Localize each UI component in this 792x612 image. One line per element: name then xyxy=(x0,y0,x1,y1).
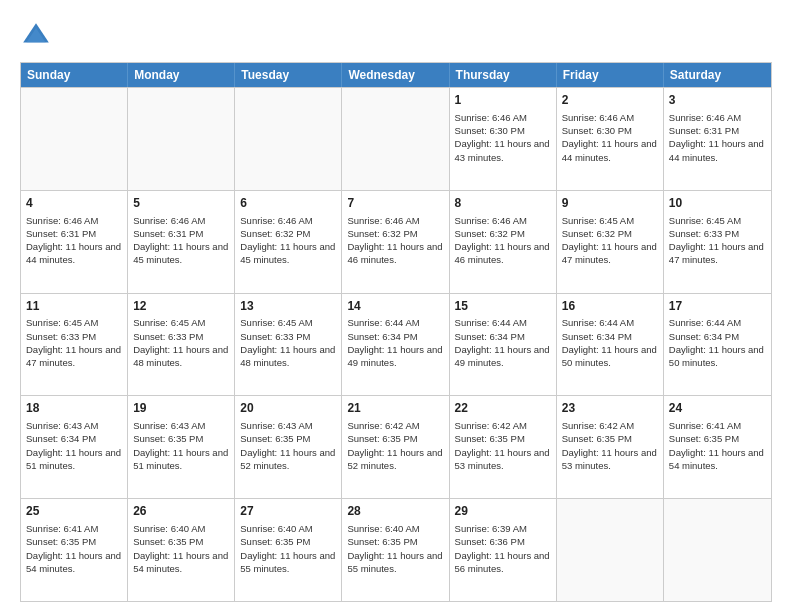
day-number: 1 xyxy=(455,92,551,109)
day-info-line: Daylight: 11 hours and 47 minutes. xyxy=(26,343,122,370)
day-info-line: Daylight: 11 hours and 56 minutes. xyxy=(455,549,551,576)
day-number: 20 xyxy=(240,400,336,417)
day-number: 25 xyxy=(26,503,122,520)
day-number: 18 xyxy=(26,400,122,417)
day-info-line: Sunset: 6:33 PM xyxy=(669,227,766,240)
day-info-line: Daylight: 11 hours and 50 minutes. xyxy=(562,343,658,370)
calendar-row-3: 18Sunrise: 6:43 AMSunset: 6:34 PMDayligh… xyxy=(21,395,771,498)
day-number: 26 xyxy=(133,503,229,520)
day-info-line: Sunset: 6:35 PM xyxy=(347,432,443,445)
calendar-cell: 26Sunrise: 6:40 AMSunset: 6:35 PMDayligh… xyxy=(128,499,235,601)
day-info-line: Sunrise: 6:44 AM xyxy=(562,316,658,329)
day-info-line: Sunrise: 6:45 AM xyxy=(133,316,229,329)
day-info-line: Sunrise: 6:44 AM xyxy=(455,316,551,329)
day-info-line: Sunset: 6:30 PM xyxy=(562,124,658,137)
day-number: 2 xyxy=(562,92,658,109)
day-info-line: Sunset: 6:33 PM xyxy=(26,330,122,343)
day-info-line: Sunset: 6:35 PM xyxy=(562,432,658,445)
day-info-line: Daylight: 11 hours and 48 minutes. xyxy=(133,343,229,370)
day-info-line: Daylight: 11 hours and 51 minutes. xyxy=(133,446,229,473)
weekday-header-saturday: Saturday xyxy=(664,63,771,87)
day-info-line: Sunset: 6:35 PM xyxy=(240,535,336,548)
day-info-line: Daylight: 11 hours and 45 minutes. xyxy=(240,240,336,267)
calendar-cell: 29Sunrise: 6:39 AMSunset: 6:36 PMDayligh… xyxy=(450,499,557,601)
calendar-cell: 25Sunrise: 6:41 AMSunset: 6:35 PMDayligh… xyxy=(21,499,128,601)
day-info-line: Sunset: 6:34 PM xyxy=(562,330,658,343)
day-number: 17 xyxy=(669,298,766,315)
calendar-cell: 2Sunrise: 6:46 AMSunset: 6:30 PMDaylight… xyxy=(557,88,664,190)
day-info-line: Daylight: 11 hours and 53 minutes. xyxy=(455,446,551,473)
logo-icon xyxy=(20,20,52,52)
day-info-line: Sunrise: 6:46 AM xyxy=(455,214,551,227)
day-number: 22 xyxy=(455,400,551,417)
day-info-line: Sunset: 6:35 PM xyxy=(133,432,229,445)
day-number: 23 xyxy=(562,400,658,417)
calendar-row-4: 25Sunrise: 6:41 AMSunset: 6:35 PMDayligh… xyxy=(21,498,771,601)
calendar-cell xyxy=(664,499,771,601)
day-info-line: Sunset: 6:34 PM xyxy=(669,330,766,343)
day-number: 4 xyxy=(26,195,122,212)
day-info-line: Sunrise: 6:45 AM xyxy=(26,316,122,329)
day-info-line: Daylight: 11 hours and 43 minutes. xyxy=(455,137,551,164)
calendar-cell: 16Sunrise: 6:44 AMSunset: 6:34 PMDayligh… xyxy=(557,294,664,396)
day-info-line: Sunset: 6:35 PM xyxy=(133,535,229,548)
day-info-line: Daylight: 11 hours and 44 minutes. xyxy=(26,240,122,267)
day-number: 27 xyxy=(240,503,336,520)
day-number: 6 xyxy=(240,195,336,212)
day-info-line: Sunset: 6:31 PM xyxy=(669,124,766,137)
day-number: 21 xyxy=(347,400,443,417)
day-info-line: Daylight: 11 hours and 49 minutes. xyxy=(347,343,443,370)
day-number: 7 xyxy=(347,195,443,212)
day-info-line: Sunrise: 6:45 AM xyxy=(562,214,658,227)
calendar-row-0: 1Sunrise: 6:46 AMSunset: 6:30 PMDaylight… xyxy=(21,87,771,190)
day-info-line: Daylight: 11 hours and 47 minutes. xyxy=(669,240,766,267)
day-info-line: Daylight: 11 hours and 45 minutes. xyxy=(133,240,229,267)
calendar-cell: 9Sunrise: 6:45 AMSunset: 6:32 PMDaylight… xyxy=(557,191,664,293)
day-number: 19 xyxy=(133,400,229,417)
day-info-line: Sunrise: 6:43 AM xyxy=(133,419,229,432)
day-number: 28 xyxy=(347,503,443,520)
day-info-line: Daylight: 11 hours and 55 minutes. xyxy=(240,549,336,576)
day-info-line: Daylight: 11 hours and 54 minutes. xyxy=(26,549,122,576)
day-info-line: Daylight: 11 hours and 44 minutes. xyxy=(562,137,658,164)
day-info-line: Sunset: 6:31 PM xyxy=(133,227,229,240)
calendar-cell: 12Sunrise: 6:45 AMSunset: 6:33 PMDayligh… xyxy=(128,294,235,396)
calendar-cell: 3Sunrise: 6:46 AMSunset: 6:31 PMDaylight… xyxy=(664,88,771,190)
calendar-cell: 5Sunrise: 6:46 AMSunset: 6:31 PMDaylight… xyxy=(128,191,235,293)
day-info-line: Sunrise: 6:46 AM xyxy=(133,214,229,227)
day-number: 15 xyxy=(455,298,551,315)
day-info-line: Sunset: 6:35 PM xyxy=(347,535,443,548)
calendar-cell: 11Sunrise: 6:45 AMSunset: 6:33 PMDayligh… xyxy=(21,294,128,396)
header xyxy=(20,18,772,52)
calendar-cell: 23Sunrise: 6:42 AMSunset: 6:35 PMDayligh… xyxy=(557,396,664,498)
day-number: 9 xyxy=(562,195,658,212)
day-number: 16 xyxy=(562,298,658,315)
calendar-cell xyxy=(21,88,128,190)
calendar-cell: 19Sunrise: 6:43 AMSunset: 6:35 PMDayligh… xyxy=(128,396,235,498)
day-info-line: Daylight: 11 hours and 51 minutes. xyxy=(26,446,122,473)
calendar-cell xyxy=(128,88,235,190)
calendar-cell: 28Sunrise: 6:40 AMSunset: 6:35 PMDayligh… xyxy=(342,499,449,601)
day-info-line: Daylight: 11 hours and 52 minutes. xyxy=(240,446,336,473)
day-info-line: Sunrise: 6:42 AM xyxy=(455,419,551,432)
calendar-cell: 20Sunrise: 6:43 AMSunset: 6:35 PMDayligh… xyxy=(235,396,342,498)
day-info-line: Sunrise: 6:40 AM xyxy=(133,522,229,535)
weekday-header-friday: Friday xyxy=(557,63,664,87)
day-info-line: Sunrise: 6:45 AM xyxy=(669,214,766,227)
day-number: 3 xyxy=(669,92,766,109)
day-info-line: Sunset: 6:35 PM xyxy=(455,432,551,445)
weekday-header-wednesday: Wednesday xyxy=(342,63,449,87)
day-number: 11 xyxy=(26,298,122,315)
day-info-line: Sunrise: 6:40 AM xyxy=(347,522,443,535)
calendar-cell: 4Sunrise: 6:46 AMSunset: 6:31 PMDaylight… xyxy=(21,191,128,293)
calendar-cell: 22Sunrise: 6:42 AMSunset: 6:35 PMDayligh… xyxy=(450,396,557,498)
page: SundayMondayTuesdayWednesdayThursdayFrid… xyxy=(0,0,792,612)
calendar-cell: 14Sunrise: 6:44 AMSunset: 6:34 PMDayligh… xyxy=(342,294,449,396)
day-info-line: Sunset: 6:35 PM xyxy=(669,432,766,445)
day-number: 10 xyxy=(669,195,766,212)
day-info-line: Sunset: 6:33 PM xyxy=(240,330,336,343)
day-info-line: Sunrise: 6:46 AM xyxy=(455,111,551,124)
day-info-line: Daylight: 11 hours and 47 minutes. xyxy=(562,240,658,267)
calendar-cell: 21Sunrise: 6:42 AMSunset: 6:35 PMDayligh… xyxy=(342,396,449,498)
day-info-line: Daylight: 11 hours and 54 minutes. xyxy=(669,446,766,473)
